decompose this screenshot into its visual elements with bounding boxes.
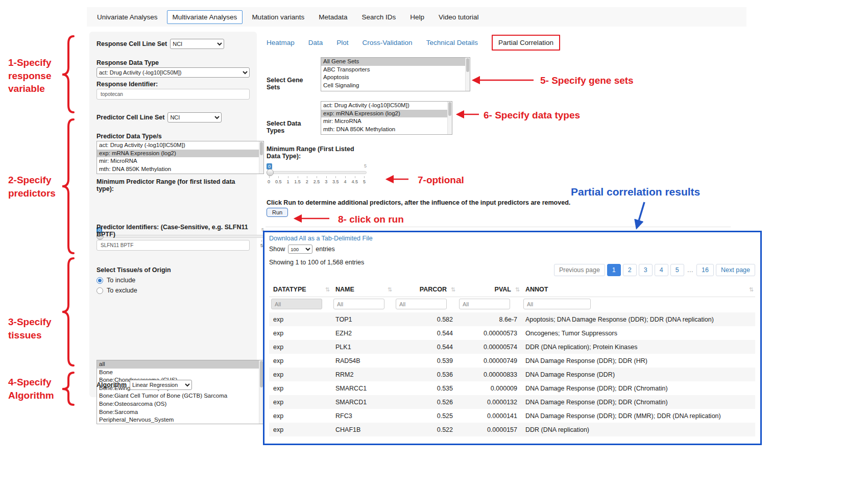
sort-icon[interactable]: ⇅ <box>451 286 455 293</box>
scrollbar-thumb[interactable] <box>466 58 469 72</box>
column-header-pval[interactable]: PVAL⇅ <box>457 282 521 297</box>
response-data-type-select[interactable]: act: Drug Activity (-log10[IC50M]) <box>97 67 250 78</box>
nav-item-univariate-analyses[interactable]: Univariate Analyses <box>92 11 163 23</box>
run-button[interactable]: Run <box>267 208 288 217</box>
filter-input-annot[interactable] <box>523 299 591 309</box>
option-apoptosis[interactable]: Apoptosis <box>321 74 470 82</box>
option-exp-mrna-expression-log2[interactable]: exp: mRNA Expression (log2) <box>97 150 263 158</box>
scrollbar[interactable] <box>465 58 470 91</box>
scrollbar-thumb[interactable] <box>448 102 451 116</box>
slider-track[interactable] <box>267 171 367 174</box>
page-button-1[interactable]: 1 <box>607 264 621 276</box>
nav-item-mutation-variants[interactable]: Mutation variants <box>247 11 309 23</box>
filter-input-pval[interactable] <box>459 299 510 309</box>
column-header-annot[interactable]: ANNOT⇅ <box>521 282 755 297</box>
tissues-listbox[interactable]: allBoneBone:Chondrosarcoma (CHS)Bone:Ewi… <box>97 360 264 424</box>
predictor-cell-line-set-select[interactable]: NCI <box>167 112 222 123</box>
sort-icon[interactable]: ⇅ <box>749 286 754 293</box>
data-types-label: Select Data Types <box>267 120 316 135</box>
option-peripheral-nervous-system[interactable]: Peripheral_Nervous_System <box>97 416 263 424</box>
column-header-datatype[interactable]: DATATYPE⇅ <box>269 282 331 297</box>
scrollbar-thumb[interactable] <box>260 142 263 155</box>
option-exp-mrna-expression-log2[interactable]: exp: mRNA Expression (log2) <box>321 110 452 118</box>
scrollbar[interactable] <box>259 141 263 174</box>
cell-datatype: exp <box>269 409 331 423</box>
response-cell-line-set-select[interactable]: NCI <box>170 39 224 49</box>
cell-parcor: 0.526 <box>394 395 457 409</box>
cell-pval: 8.6e-7 <box>457 312 521 326</box>
column-header-name[interactable]: NAME⇅ <box>331 282 394 297</box>
table-row: expRRM20.5360.00000833DNA Damage Respons… <box>269 368 755 381</box>
page-button-5[interactable]: 5 <box>670 264 684 276</box>
tab-technical-details[interactable]: Technical Details <box>426 39 478 46</box>
option-mir-microrna[interactable]: mir: MicroRNA <box>97 157 263 165</box>
sort-icon[interactable]: ⇅ <box>388 286 392 293</box>
response-identifier-input[interactable] <box>97 89 250 100</box>
predictor-identifiers-input[interactable] <box>97 240 250 251</box>
nav-item-metadata[interactable]: Metadata <box>314 11 352 23</box>
predictor-identifiers-wrap <box>97 240 250 251</box>
gene-sets-listbox[interactable]: All Gene SetsABC TransportersApoptosisCe… <box>321 57 470 91</box>
option-bone-giant-cell-tumor-of-bone-gctb-sarcoma[interactable]: Bone:Giant Cell Tumor of Bone (GCTB) Sar… <box>97 392 263 400</box>
filter-input-datatype[interactable] <box>271 299 322 309</box>
annotation-step7: 7-optional <box>418 174 464 187</box>
annotation-step6: 6- Specify data types <box>484 109 580 122</box>
option-all-gene-sets[interactable]: All Gene Sets <box>321 58 470 66</box>
slider-tick: 4.5 <box>351 176 358 184</box>
cell-name: RAD54B <box>331 354 394 368</box>
table-row: expSMARCC10.5350.000009DNA Damage Respon… <box>269 381 755 395</box>
exclude-radio[interactable] <box>97 287 103 294</box>
filter-input-name[interactable] <box>333 299 384 309</box>
slider-handle[interactable] <box>267 169 274 176</box>
option-mth-dna-850k-methylation[interactable]: mth: DNA 850K Methylation <box>97 165 263 174</box>
annotation-step5: 5- Specify gene sets <box>540 74 634 87</box>
filter-input-parcor[interactable] <box>396 299 447 309</box>
sort-icon[interactable]: ⇅ <box>325 286 330 293</box>
option-abc-transporters[interactable]: ABC Transporters <box>321 66 470 74</box>
data-types-listbox[interactable]: act: Drug Activity (-log10[IC50M])exp: m… <box>321 101 452 135</box>
column-header-parcor[interactable]: PARCOR⇅ <box>394 282 457 297</box>
page-button-3[interactable]: 3 <box>639 264 653 276</box>
showing-entries-text: Showing 1 to 100 of 1,568 entries <box>269 259 364 266</box>
show-entries-row: Show 100 entries <box>269 245 335 254</box>
tab-data[interactable]: Data <box>308 39 323 46</box>
cell-pval: 0.00000749 <box>457 354 521 368</box>
tab-plot[interactable]: Plot <box>336 39 348 46</box>
nav-item-search-ids[interactable]: Search IDs <box>356 11 401 23</box>
entries-select[interactable]: 100 <box>288 245 312 254</box>
predictor-data-types-listbox[interactable]: act: Drug Activity (-log10[IC50M])exp: m… <box>97 141 264 174</box>
tab-partial-correlation[interactable]: Partial Correlation <box>492 35 560 51</box>
brace-tissues <box>62 258 74 365</box>
option-act-drug-activity-log10-ic50m[interactable]: act: Drug Activity (-log10[IC50M]) <box>97 141 263 150</box>
option-act-drug-activity-log10-ic50m[interactable]: act: Drug Activity (-log10[IC50M]) <box>321 102 452 110</box>
download-link[interactable]: Download All as a Tab-Delimited File <box>269 235 373 242</box>
nav-item-multivariate-analyses[interactable]: Multivariate Analyses <box>167 10 243 24</box>
gene-sets-label: Select Gene Sets <box>267 77 316 91</box>
page-button-4[interactable]: 4 <box>655 264 668 276</box>
scrollbar[interactable] <box>447 102 452 134</box>
algorithm-select[interactable]: Linear Regression <box>130 380 192 390</box>
nav-item-help[interactable]: Help <box>405 11 429 23</box>
option-all[interactable]: all <box>97 360 263 369</box>
nav-item-video-tutorial[interactable]: Video tutorial <box>433 11 484 23</box>
option-mir-microrna[interactable]: mir: MicroRNA <box>321 117 452 126</box>
filter-cell-name <box>331 297 394 313</box>
previous-page-button[interactable]: Previous page <box>554 264 605 276</box>
predictor-data-types-label: Predictor Data Type/s <box>97 133 250 140</box>
option-bone-sarcoma[interactable]: Bone:Sarcoma <box>97 408 263 417</box>
partial-correlation-results-panel: Download All as a Tab-Delimited File Sho… <box>263 231 762 445</box>
sort-icon[interactable]: ⇅ <box>515 286 520 293</box>
include-radio[interactable] <box>97 277 103 284</box>
option-mth-dna-850k-methylation[interactable]: mth: DNA 850K Methylation <box>321 126 452 134</box>
option-bone-osteosarcoma-os[interactable]: Bone:Osteosarcoma (OS) <box>97 400 263 408</box>
page-button-16[interactable]: 16 <box>696 264 714 276</box>
option-cell-signaling[interactable]: Cell Signaling <box>321 82 470 90</box>
cell-name: RRM2 <box>331 368 394 381</box>
tab-heatmap[interactable]: Heatmap <box>267 39 295 46</box>
run-instruction: Click Run to determine additional predic… <box>267 199 706 206</box>
cell-parcor: 0.536 <box>394 368 457 381</box>
option-bone[interactable]: Bone <box>97 369 263 377</box>
page-button-2[interactable]: 2 <box>623 264 637 276</box>
tab-cross-validation[interactable]: Cross-Validation <box>363 39 413 46</box>
next-page-button[interactable]: Next page <box>716 264 755 276</box>
